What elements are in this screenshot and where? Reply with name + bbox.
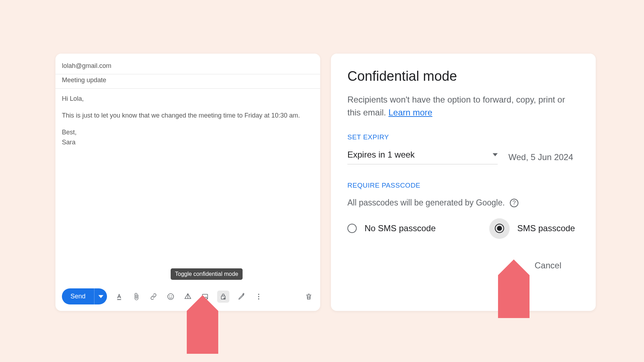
require-passcode-label: REQUIRE PASSCODE bbox=[347, 182, 579, 189]
svg-point-0 bbox=[168, 293, 174, 299]
radio-label: SMS passcode bbox=[517, 223, 575, 233]
more-icon[interactable] bbox=[254, 292, 264, 302]
trash-icon[interactable] bbox=[304, 292, 314, 302]
text-format-icon[interactable] bbox=[114, 292, 124, 302]
to-field[interactable]: lolah@gmail.com bbox=[55, 60, 320, 74]
caret-down-icon bbox=[493, 152, 498, 157]
compose-window: lolah@gmail.com Meeting update Hi Lola, … bbox=[55, 54, 320, 311]
radio-unchecked-icon bbox=[347, 224, 357, 233]
passcode-note-text: All passcodes will be generated by Googl… bbox=[347, 198, 505, 208]
desc-text: this email. bbox=[347, 108, 389, 117]
set-expiry-label: SET EXPIRY bbox=[347, 133, 579, 141]
svg-point-6 bbox=[258, 293, 259, 294]
radio-label: No SMS passcode bbox=[365, 223, 436, 233]
confidential-mode-dialog: Confidential mode Recipients won't have … bbox=[331, 54, 596, 311]
expiry-dropdown[interactable]: Expires in 1 week bbox=[347, 150, 498, 164]
body-line: Hi Lola, bbox=[62, 94, 314, 104]
passcode-radio-row: No SMS passcode SMS passcode bbox=[347, 218, 579, 238]
dialog-description: Recipients won't have the option to forw… bbox=[347, 93, 579, 119]
expiry-date: Wed, 5 Jun 2024 bbox=[508, 152, 573, 162]
dialog-title: Confidential mode bbox=[347, 69, 579, 84]
svg-point-2 bbox=[171, 296, 172, 296]
body-line: Sara bbox=[62, 137, 314, 148]
send-button[interactable]: Send bbox=[62, 288, 94, 304]
no-sms-radio[interactable]: No SMS passcode bbox=[347, 223, 436, 233]
learn-more-link[interactable]: Learn more bbox=[389, 108, 433, 117]
svg-point-1 bbox=[170, 296, 170, 296]
link-icon[interactable] bbox=[148, 292, 158, 302]
lock-icon[interactable] bbox=[217, 291, 229, 303]
expiry-value: Expires in 1 week bbox=[347, 150, 415, 160]
annotation-arrow bbox=[498, 275, 530, 318]
pen-icon[interactable] bbox=[236, 292, 247, 302]
desc-text: Recipients won't have the option to forw… bbox=[347, 95, 565, 104]
annotation-arrow bbox=[187, 311, 218, 354]
radio-checked-icon bbox=[489, 218, 509, 238]
send-button-group: Send bbox=[62, 288, 107, 304]
help-icon[interactable]: ? bbox=[510, 199, 518, 207]
passcode-note: All passcodes will be generated by Googl… bbox=[347, 198, 579, 208]
svg-point-8 bbox=[258, 298, 259, 299]
attach-icon[interactable] bbox=[131, 292, 141, 302]
svg-point-7 bbox=[258, 296, 259, 297]
subject-field[interactable]: Meeting update bbox=[55, 74, 320, 89]
cancel-button[interactable]: Cancel bbox=[535, 261, 561, 271]
body-line: Best, bbox=[62, 127, 314, 138]
send-options-button[interactable] bbox=[94, 288, 107, 304]
sms-radio[interactable]: SMS passcode bbox=[489, 218, 575, 238]
expiry-row: Expires in 1 week Wed, 5 Jun 2024 bbox=[347, 150, 579, 164]
caret-down-icon bbox=[98, 294, 103, 299]
email-body[interactable]: Hi Lola, This is just to let you know th… bbox=[55, 89, 320, 284]
body-line: This is just to let you know that we cha… bbox=[62, 110, 314, 121]
confidential-tooltip: Toggle confidential mode bbox=[171, 268, 243, 280]
emoji-icon[interactable] bbox=[166, 292, 176, 302]
